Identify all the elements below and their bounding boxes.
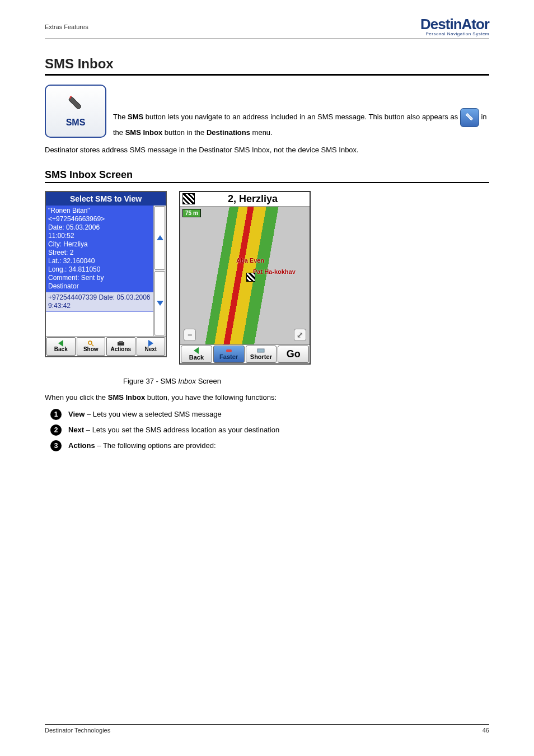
map-back-button[interactable]: Back [181,346,212,363]
figcap-c: Screen [196,377,221,385]
arrow-left-icon [194,347,199,354]
sms-row: SMS The SMS button lets you navigate to … [45,85,489,138]
msg1-street: Street: 2 [48,249,151,257]
msg1-name: "Ronen Bitan" [48,207,151,215]
arrow-left-icon [58,340,63,346]
sms-list[interactable]: "Ronen Bitan" <+972546663969> Date: 05.0… [46,206,153,336]
bullet-2: 2 Next – Lets you set the SMS address lo… [50,424,489,436]
sms-button-label: SMS [66,118,86,128]
map-canvas[interactable]: 75 m Aba Even Pat Ha-kokhav − ⤢ [180,207,310,344]
bullet-3: 3 Actions – The following options are pr… [50,440,489,451]
next-button[interactable]: Next [137,337,166,356]
go-label: Go [287,348,301,360]
footer-left: Destinator Technologies [45,727,110,734]
bullet-2-text: Next – Lets you set the SMS address loca… [68,424,279,436]
subhead-underline [45,182,489,183]
destination-flag-icon [246,273,255,282]
svg-rect-3 [119,341,123,343]
bullet-1-num: 1 [50,409,62,420]
bullet-3-num: 3 [50,440,62,451]
phone-icon [66,95,85,114]
map-bottom-bar: Back Faster Shorter Go [180,344,310,363]
map-screenshot: 2, Herzliya 75 m Aba Even Pat Ha-kokhav … [179,191,311,365]
b2-lead: Next [68,426,84,434]
logo: DestinAtor Personal Navigation System [420,17,489,36]
faster-label: Faster [219,353,238,360]
para1-g: Destinations [207,128,250,137]
bullet-list: 1 View – Lets you view a selected SMS me… [50,409,489,451]
map-back-label: Back [189,354,204,361]
figcap-a: Figure 37 - SMS [123,377,178,385]
footer-page-number: 46 [483,727,489,734]
bullet-1: 1 View – Lets you view a selected SMS me… [50,409,489,420]
sms-inbox-screenshot: Select SMS to View "Ronen Bitan" <+97254… [45,191,167,357]
map-titlebar: 2, Herzliya [180,192,310,207]
chevron-down-icon [157,301,163,306]
svg-rect-5 [257,349,264,352]
msg1-comment: Comment: Sent by [48,274,151,282]
scroll-down-button[interactable] [154,271,165,335]
bi-b: SMS Inbox [108,393,145,402]
msg1-city: City: Herzliya [48,240,151,249]
road-label-2: Pat Ha-kokhav [253,268,296,275]
bullet-1-text: View – Lets you view a selected SMS mess… [68,409,222,420]
logo-sub: Personal Navigation System [420,31,489,36]
msg1-time: 11:00:52 [48,232,151,240]
msg1-date: Date: 05.03.2006 [48,223,151,232]
magnifier-icon [87,340,94,346]
actions-label: Actions [110,346,131,352]
scroll-up-button[interactable] [154,206,165,270]
show-button[interactable]: Show [77,337,106,356]
b1-txt: – Lets you view a selected SMS message [85,410,221,418]
back-label: Back [54,346,68,352]
page-header: Extras Features DestinAtor Personal Navi… [45,17,489,39]
msg1-num: <+972546663969> [48,215,151,223]
sms-item-2[interactable]: +972544407339 Date: 05.03.2006 9:43:42 [46,292,153,312]
header-breadcrumb: Extras Features [45,24,88,30]
para1-f: button in the [165,128,207,137]
next-label: Next [144,346,157,352]
sms-inbox-title: Select SMS to View [46,192,166,206]
figure-caption: Figure 37 - SMS Inbox Screen [123,376,489,387]
para1-c: button lets you navigate to an address i… [146,113,460,121]
sms-small-icon [460,108,479,127]
msg1-lat: Lat.: 32.160040 [48,257,151,265]
screenshots-row: Select SMS to View "Ronen Bitan" <+97254… [45,191,489,365]
zoom-out-button[interactable]: − [184,329,196,341]
back-button[interactable]: Back [46,337,76,356]
b1-lead: View [68,410,85,418]
road-label-1: Aba Even [236,257,264,264]
sms-scrollbar [153,206,166,336]
drawer-icon [117,340,125,346]
svg-rect-4 [226,349,232,352]
shorter-button[interactable]: Shorter [246,346,277,363]
ruler-icon [257,348,265,353]
sms-button[interactable]: SMS [45,85,106,138]
b2-txt: – Lets you set the SMS address location … [84,426,279,434]
subhead: SMS Inbox Screen [45,169,489,181]
para2: Destinator stores address SMS message in… [45,144,481,156]
b3-lead: Actions [68,441,95,450]
page-footer: Destinator Technologies 46 [45,724,489,734]
shorter-label: Shorter [250,353,272,360]
actions-button[interactable]: Actions [106,337,135,356]
sms-item-selected[interactable]: "Ronen Bitan" <+972546663969> Date: 05.0… [46,206,153,292]
para1-a: The [113,113,128,121]
b3-txt: – The following options are provided: [95,441,216,450]
section-title: SMS Inbox [45,56,489,72]
bi-c: button, you have the following functions… [147,393,277,402]
map-scale: 75 m [182,209,201,217]
logo-main: DestinAtor [420,17,489,31]
bullet-2-num: 2 [50,424,62,436]
zoom-in-button[interactable]: ⤢ [294,329,306,341]
para1-text: The SMS button lets you navigate to an a… [113,113,487,137]
map-title-text: 2, Herzliya [198,193,307,205]
faster-button[interactable]: Faster [213,346,245,363]
section-underline [45,74,489,76]
go-button[interactable]: Go [278,346,309,363]
chevron-up-icon [157,235,163,240]
arrow-right-icon [148,340,153,346]
svg-point-0 [88,341,92,344]
intro-paragraph: The SMS button lets you navigate to an a… [113,108,489,138]
sms-list-area: "Ronen Bitan" <+972546663969> Date: 05.0… [46,206,166,336]
